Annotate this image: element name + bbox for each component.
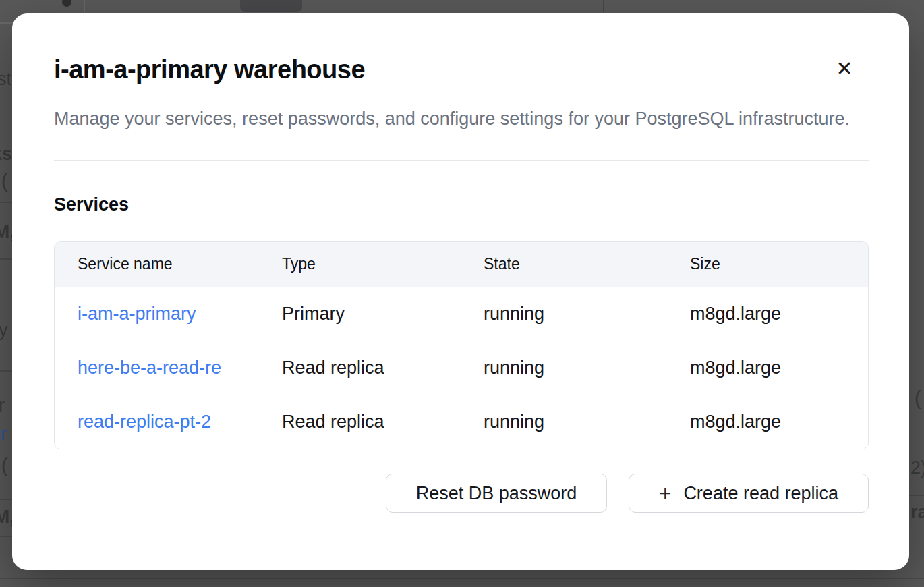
background-divider bbox=[0, 370, 12, 372]
modal-actions: Reset DB password + Create read replica bbox=[54, 474, 869, 513]
table-row: read-replica-pt-2 Read replica running m… bbox=[55, 395, 869, 449]
services-heading: Services bbox=[54, 194, 869, 215]
close-icon: ✕ bbox=[836, 57, 853, 80]
background-text-fragment: ra bbox=[911, 502, 924, 523]
background-text-fragment: 2) bbox=[911, 457, 924, 478]
create-read-replica-button[interactable]: + Create read replica bbox=[629, 474, 869, 513]
background-text-fragment: st bbox=[0, 69, 11, 90]
reset-db-password-label: Reset DB password bbox=[416, 483, 577, 504]
service-size-cell: m8gd.large bbox=[690, 341, 869, 395]
table-row: here-be-a-read-re Read replica running m… bbox=[55, 341, 869, 395]
table-header-row: Service name Type State Size bbox=[55, 242, 869, 287]
column-header-service-name: Service name bbox=[55, 242, 282, 287]
warehouse-modal: i-am-a-primary warehouse ✕ Manage your s… bbox=[12, 13, 909, 570]
table-row: i-am-a-primary Primary running m8gd.larg… bbox=[55, 287, 869, 341]
service-size-cell: m8gd.large bbox=[690, 287, 869, 341]
truncated-service-name: here-be-a-read-re bbox=[78, 358, 221, 379]
service-size-cell: m8gd.large bbox=[690, 395, 869, 449]
service-type-cell: Read replica bbox=[282, 341, 484, 395]
background-divider bbox=[0, 202, 12, 203]
service-type-cell: Primary bbox=[282, 287, 484, 341]
service-state-cell: running bbox=[484, 395, 690, 449]
service-type-cell: Read replica bbox=[282, 395, 484, 449]
service-name-link[interactable]: i-am-a-primary bbox=[78, 304, 196, 324]
service-state-cell: running bbox=[484, 341, 690, 395]
background-divider bbox=[0, 578, 924, 579]
plus-icon: + bbox=[659, 483, 671, 504]
content-divider bbox=[54, 160, 869, 161]
modal-description: Manage your services, reset passwords, a… bbox=[54, 105, 869, 133]
services-table: Service name Type State Size i-am-a-prim… bbox=[54, 241, 869, 449]
service-name-link[interactable]: here-be-a-read-re bbox=[78, 358, 221, 378]
background-text-fragment: y bbox=[0, 320, 8, 341]
background-text-fragment: ks bbox=[0, 144, 12, 165]
background-text-fragment: ( bbox=[1, 170, 8, 192]
column-header-state: State bbox=[484, 242, 690, 287]
page-title: i-am-a-primary warehouse bbox=[54, 55, 869, 84]
background-text-fragment: ( bbox=[1, 455, 8, 477]
close-button[interactable]: ✕ bbox=[830, 54, 859, 84]
reset-db-password-button[interactable]: Reset DB password bbox=[386, 474, 608, 513]
background-divider bbox=[0, 499, 12, 500]
background-text-fragment: ( bbox=[915, 387, 921, 410]
background-tick-shape bbox=[603, 0, 604, 12]
background-rect-shape bbox=[240, 0, 302, 12]
background-divider bbox=[0, 536, 12, 537]
column-header-type: Type bbox=[282, 242, 484, 287]
service-name-link[interactable]: read-replica-pt-2 bbox=[78, 412, 211, 432]
background-text-fragment: r bbox=[0, 395, 5, 416]
background-divider bbox=[0, 258, 12, 260]
service-state-cell: running bbox=[484, 287, 690, 341]
background-text-fragment: ir bbox=[0, 424, 7, 445]
background-divider bbox=[909, 495, 924, 496]
create-read-replica-label: Create read replica bbox=[683, 483, 838, 504]
column-header-size: Size bbox=[690, 242, 869, 287]
